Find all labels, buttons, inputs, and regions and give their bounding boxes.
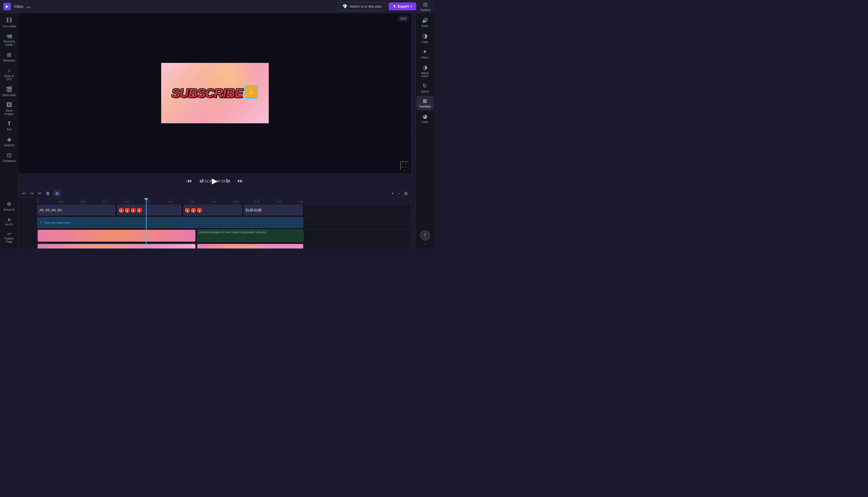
speed-icon: ↻ xyxy=(423,83,427,89)
fade-icon: ◑ xyxy=(422,32,428,40)
clip-sticker-left[interactable]: 🎮🎮🎮🎮 xyxy=(38,205,115,215)
sidebar-item-your-media[interactable]: 🎞 Your media xyxy=(1,15,18,30)
export-icon: ⬆ xyxy=(393,4,396,9)
export-chevron-icon: ▾ xyxy=(410,5,412,8)
right-item-transition[interactable]: ⊞ Transition xyxy=(416,96,434,110)
clip-text-track[interactable]: T Your text Goes here xyxy=(38,217,303,228)
sidebar-item-stock-video[interactable]: 🎬 Stock video xyxy=(1,84,18,99)
ruler-ticks: 0 0:04 0:08 0:12 0:16 0:20 0:24 0:28 0:3… xyxy=(37,198,411,204)
right-item-audio[interactable]: 🔊 Audio xyxy=(416,15,434,30)
sidebar-item-brand-kit[interactable]: ⊛ Brand kit xyxy=(1,198,18,214)
track-clips-bg: abstract animation of slow motion of geo… xyxy=(37,229,411,243)
ruler-tick-40: 0:40 xyxy=(255,198,260,203)
export-button[interactable]: ⬆ Export ▾ xyxy=(389,2,416,10)
sidebar-item-transitions[interactable]: ⊡ Transitions xyxy=(1,150,18,165)
right-sidebar-collapse[interactable]: ⌄ xyxy=(424,241,426,245)
your-media-label: Your media xyxy=(2,25,16,28)
clip-mountains-bg-left[interactable] xyxy=(38,244,196,248)
playback-controls: ⏮ ↺ ▶ ↻ ⏭ 00:19.99 / 00:39.99 xyxy=(18,173,411,189)
right-item-speed[interactable]: ↻ Speed xyxy=(416,80,434,95)
zoom-in-button[interactable]: + xyxy=(390,190,395,197)
timeline-toolbar: ↩ ↪ ✂ 🗑 ⊕ + − ⊞ xyxy=(18,189,411,198)
right-item-color[interactable]: ◕ Color xyxy=(416,111,434,126)
zoom-out-button[interactable]: − xyxy=(396,190,402,197)
zoom-controls: + − ⊞ xyxy=(390,190,409,197)
stock-images-icon: 🖼 xyxy=(6,102,12,108)
add-media-button[interactable]: ⊕ xyxy=(53,190,61,197)
graphics-icon: ◈ xyxy=(7,136,11,143)
app-title: Video xyxy=(14,4,24,9)
track-row-sticker: 🎮🎮🎮🎮 Purple cool sticker 🎁🎁🎁🎁 xyxy=(37,204,411,217)
redo-button[interactable]: ↪ xyxy=(29,190,35,197)
playhead[interactable] xyxy=(146,198,146,204)
record-create-icon: 📹 xyxy=(6,33,12,39)
graphics-label: Graphics xyxy=(3,144,14,147)
text-icon: T xyxy=(8,120,11,127)
skip-back-button[interactable]: ⏮ xyxy=(185,176,193,185)
topbar: ▶ Video ☁ 💎 Switch to a new plan ⬆ Expor… xyxy=(0,0,434,13)
templates-icon: ⊞ xyxy=(7,52,11,58)
left-sidebar: 🎞 Your media 📹 Record & create ⊞ Templat… xyxy=(0,13,18,248)
more-label: Feature Flags xyxy=(2,237,17,244)
time-display: 00:19.99 / 00:39.99 xyxy=(199,179,230,183)
center-panel: SUBSCRIBE ☺ 16:9 ⛶ ⏮ ↺ ▶ ↻ ⏭ 00:19.99 / … xyxy=(18,13,411,248)
plus-face-icon: ☺ xyxy=(249,89,254,95)
plus-icon: ☺ xyxy=(244,85,258,99)
clip-present-sticker[interactable]: Present sticker 🎁🎁🎁 xyxy=(183,205,242,215)
app-logo: ▶ xyxy=(3,3,11,10)
help-icon: ? xyxy=(423,233,426,238)
ruler-tick-16: 0:16 xyxy=(124,198,129,203)
stock-video-label: Stock video xyxy=(2,94,16,97)
ruler-tick-24: 0:24 xyxy=(168,198,173,203)
timeline-right-panel: 0 0:04 0:08 0:12 0:16 0:20 0:24 0:28 0:3… xyxy=(37,198,411,248)
brand-kit-label: Brand kit xyxy=(4,208,14,212)
clip-bg-left[interactable] xyxy=(38,230,196,242)
help-button[interactable]: ? xyxy=(420,230,430,240)
clip-bg-abstract[interactable]: abstract animation of slow motion of geo… xyxy=(197,230,303,242)
skip-forward-button[interactable]: ⏭ xyxy=(237,176,244,185)
switch-plan-button[interactable]: 💎 Switch to a new plan xyxy=(338,2,386,11)
captions-button[interactable]: ⊟ Captions xyxy=(420,1,431,11)
video-preview: SUBSCRIBE ☺ 16:9 ⛶ xyxy=(18,13,411,173)
track-row-bg: abstract animation of slow motion of geo… xyxy=(37,229,411,243)
ruler-tick-44: 0:44 xyxy=(277,198,281,203)
fit-timeline-button[interactable]: ⊞ xyxy=(403,190,409,197)
fade-label: Fade xyxy=(422,41,428,44)
sidebar-collapse-button[interactable]: ‹ xyxy=(411,13,416,248)
language-icon: A xyxy=(8,217,10,222)
audio-label-sidebar: Audio xyxy=(421,25,429,28)
ruler-tick-0: 0 xyxy=(38,198,39,203)
cut-button[interactable]: ✂ xyxy=(37,190,43,197)
right-collapse-icon: ⌄ xyxy=(424,241,426,245)
right-item-filters[interactable]: ✦ Filters xyxy=(416,46,434,61)
clip-pink-subscribe-sticker[interactable]: Pink subscribe sticker SUBSUB xyxy=(244,205,303,215)
sidebar-item-music-sfx[interactable]: ♪ Music & SFX xyxy=(1,65,18,83)
audio-icon: 🔊 xyxy=(422,17,428,24)
sidebar-item-text[interactable]: T Text xyxy=(1,118,18,133)
ruler-tick-12: 0:12 xyxy=(102,198,107,203)
text-clip-label: Your text Goes here xyxy=(44,221,70,224)
fullscreen-button[interactable]: ⛶ xyxy=(400,161,408,170)
subscribe-text: SUBSCRIBE xyxy=(171,86,243,100)
clip-inner-icons-4: SUBSUB xyxy=(244,208,263,212)
stock-images-label: Stock images xyxy=(2,109,17,116)
clip-inner-icons-2: 🎁🎁🎁🎁 xyxy=(117,208,143,213)
sidebar-item-record-create[interactable]: 📹 Record & create xyxy=(1,31,18,49)
gem-icon: 💎 xyxy=(342,4,348,9)
ruler-tick-36: 0:36 xyxy=(233,198,238,203)
clip-mountains-bg-right[interactable]: Somewhere In The Mountains xyxy=(197,244,303,248)
brand-kit-icon: ⊛ xyxy=(7,201,11,207)
sidebar-item-more[interactable]: ••• Feature Flags xyxy=(1,230,18,246)
delete-button[interactable]: 🗑 xyxy=(44,190,52,197)
right-item-adjust-colors[interactable]: ◑ Adjust colors xyxy=(416,62,434,80)
captions-icon: ⊟ xyxy=(423,1,428,8)
sidebar-item-templates[interactable]: ⊞ Templates xyxy=(1,49,18,65)
ruler-tick-8: 0:08 xyxy=(81,198,85,203)
sidebar-item-stock-images[interactable]: 🖼 Stock images xyxy=(1,100,18,118)
undo-button[interactable]: ↩ xyxy=(21,190,27,197)
sidebar-item-graphics[interactable]: ◈ Graphics xyxy=(1,134,18,149)
sidebar-item-language[interactable]: A en-US xyxy=(1,215,18,228)
right-item-fade[interactable]: ◑ Fade xyxy=(416,30,434,46)
music-sfx-label: Music & SFX xyxy=(2,74,17,81)
clip-purple-sticker[interactable]: Purple cool sticker 🎁🎁🎁🎁 xyxy=(117,205,181,215)
